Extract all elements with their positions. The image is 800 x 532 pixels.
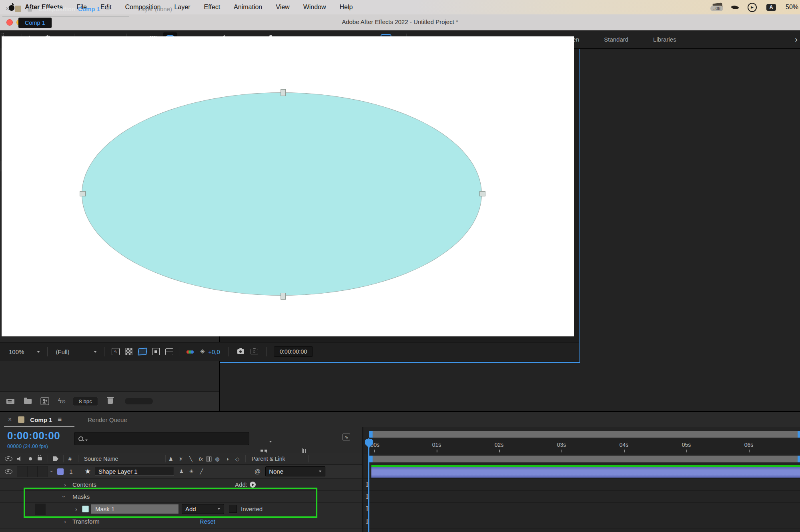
playhead-line[interactable]: [368, 438, 369, 532]
unlock-icon[interactable]: [28, 8, 32, 12]
audio-column-icon[interactable]: [17, 456, 22, 461]
tab-composition-comp-name[interactable]: Comp 1: [78, 6, 100, 12]
window-title: Adobe After Effects 2022 - Untitled Proj…: [0, 18, 800, 25]
mask-ellipse-shape[interactable]: [82, 92, 482, 296]
timeline-panel-menu-icon[interactable]: ≡: [58, 416, 61, 424]
contents-add-label: Add:: [235, 481, 247, 488]
feather-menu-icon[interactable]: [731, 3, 739, 11]
contents-expand-chevron[interactable]: ›: [64, 481, 66, 488]
graph-editor-icon[interactable]: ∿: [343, 434, 350, 440]
work-area-bar[interactable]: [369, 456, 800, 462]
play-circle-menu-icon[interactable]: ▶: [748, 3, 757, 12]
timeline-close-icon[interactable]: ×: [8, 416, 12, 423]
project-scrollbar-thumb[interactable]: [125, 398, 153, 404]
viewer-resolution-value[interactable]: (Full): [56, 348, 69, 355]
lock-cell[interactable]: [38, 466, 48, 477]
project-footer-bar: ϟ⊙ 8 bpc: [0, 391, 219, 411]
timeline-label-color[interactable]: [18, 416, 24, 423]
transparency-grid-icon[interactable]: [125, 348, 132, 355]
new-composition-icon[interactable]: [40, 397, 49, 405]
current-timecode[interactable]: 0:00:00:00: [7, 430, 60, 442]
quality-switch-icon[interactable]: ╲: [186, 456, 196, 462]
composition-canvas[interactable]: [2, 36, 574, 336]
layer-shy-switch[interactable]: ♟: [176, 468, 186, 474]
lock-column-icon[interactable]: [38, 457, 42, 460]
fx-switch-icon[interactable]: fx: [196, 456, 206, 462]
interpret-footage-icon[interactable]: [6, 399, 14, 404]
channel-rgb-icon[interactable]: [186, 348, 194, 355]
bpc-button[interactable]: 8 bpc: [73, 397, 98, 406]
layer-name[interactable]: Shape Layer 1: [95, 467, 174, 476]
tab-layer-viewer[interactable]: Layer (none): [138, 6, 172, 12]
timeline-search-icon: [78, 436, 83, 441]
screenshot-status-icon[interactable]: ..08: [710, 3, 722, 11]
tab-render-queue[interactable]: Render Queue: [88, 416, 127, 423]
annotation-highlight-box: [24, 488, 317, 518]
handle-right[interactable]: [479, 191, 485, 196]
grid-guides-icon[interactable]: [165, 348, 173, 355]
take-snapshot-icon[interactable]: [237, 349, 244, 354]
threed-switch-icon[interactable]: ◇: [232, 456, 242, 462]
resolution-dropdown-chevron[interactable]: [94, 351, 97, 353]
tab-composition-prefix[interactable]: Composition: [38, 6, 75, 12]
zoom-dropdown-chevron[interactable]: [37, 351, 40, 353]
exposure-icon[interactable]: ✳: [200, 348, 205, 355]
fast-previews-icon[interactable]: ϟ: [112, 348, 120, 355]
time-navigator-bar[interactable]: [369, 431, 800, 438]
shy-switch-icon[interactable]: ♟: [166, 456, 176, 462]
layer-expand-chevron[interactable]: ›: [49, 470, 55, 472]
label-column-icon-timeline[interactable]: [53, 456, 58, 461]
workspace-overflow-chevron[interactable]: ›: [795, 35, 798, 44]
frame-counter: 00000 (24.00 fps): [7, 443, 48, 449]
audio-cell[interactable]: [17, 466, 27, 477]
parent-pickwhip-icon[interactable]: @: [255, 468, 261, 475]
layer-columns-header: # Source Name ♟ ☀ ╲ fx ◍ ◑ ◇ Parent & Li…: [0, 453, 363, 465]
viewer-timecode[interactable]: 0:00:00:00: [274, 346, 313, 357]
after-effects-window: After Effects File Edit Composition Laye…: [0, 0, 800, 532]
viewer-panel-menu-icon[interactable]: ≡: [106, 5, 109, 13]
contents-label[interactable]: Contents: [72, 481, 96, 488]
collapse-switch-icon[interactable]: ☀: [176, 456, 186, 462]
video-column-icon[interactable]: [5, 456, 12, 461]
exposure-value[interactable]: +0,0: [208, 348, 220, 355]
adjustment-switch-icon[interactable]: ◑: [222, 456, 232, 462]
solo-cell[interactable]: [27, 466, 38, 477]
parent-link-dropdown[interactable]: None: [265, 466, 325, 476]
handle-left[interactable]: [80, 191, 86, 196]
layer-duration-bar[interactable]: [371, 467, 800, 478]
tab-timeline-comp[interactable]: Comp 1: [30, 416, 52, 423]
motion-blur-switch-icon[interactable]: ◍: [212, 456, 222, 462]
frame-blend-switch-icon[interactable]: [207, 456, 212, 461]
layer-row-shape-layer-1[interactable]: › 1 ★ Shape Layer 1 ♟ ☀ ╱ @ None: [0, 465, 363, 478]
handle-top[interactable]: [281, 89, 286, 96]
layer-collapse-switch[interactable]: ☀: [186, 468, 196, 474]
mask-visibility-icon[interactable]: [137, 348, 147, 355]
viewer-label-color[interactable]: [15, 6, 21, 12]
column-source-name[interactable]: Source Name: [84, 456, 118, 462]
show-snapshot-icon[interactable]: [251, 349, 258, 354]
ruler-label-4: 04s: [615, 442, 633, 448]
handle-bottom[interactable]: [281, 293, 286, 300]
timeline-search-field[interactable]: [74, 432, 249, 445]
viewer-zoom-value[interactable]: 100%: [9, 348, 24, 355]
workspace-libraries[interactable]: Libraries: [652, 36, 677, 43]
solo-column-icon[interactable]: [29, 457, 32, 460]
workspace-standard[interactable]: Standard: [603, 36, 629, 43]
layer-label-color[interactable]: [57, 468, 64, 475]
layer-visibility-eye-icon[interactable]: [5, 469, 12, 474]
trash-icon[interactable]: [108, 398, 113, 404]
viewer-subtab-comp1[interactable]: Comp 1: [18, 18, 52, 28]
layer-quality-switch[interactable]: ╱: [196, 468, 207, 474]
column-parent-link[interactable]: Parent & Link: [251, 456, 285, 462]
viewer-close-icon[interactable]: ×: [6, 5, 9, 12]
transform-expand-chevron[interactable]: ›: [64, 518, 66, 525]
battery-percentage[interactable]: 50%: [786, 4, 799, 11]
transform-reset-link[interactable]: Reset: [200, 518, 215, 525]
project-settings-icon[interactable]: ϟ⊙: [58, 397, 66, 405]
column-hash[interactable]: #: [68, 456, 72, 462]
region-of-interest-icon[interactable]: [152, 348, 160, 355]
transform-label[interactable]: Transform: [72, 518, 100, 525]
new-folder-icon[interactable]: [24, 399, 32, 404]
input-source-icon[interactable]: A: [766, 4, 776, 11]
contents-add-button[interactable]: [250, 482, 256, 488]
